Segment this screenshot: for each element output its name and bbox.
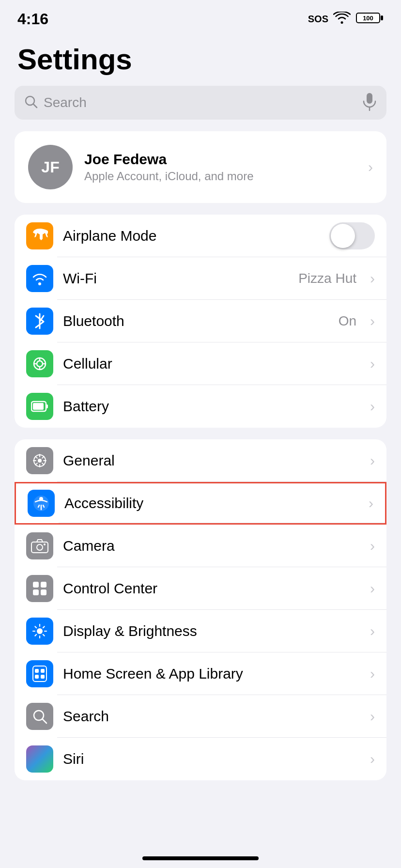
- svg-rect-7: [367, 93, 372, 104]
- general-label: General: [63, 452, 360, 469]
- profile-name: Joe Fedewa: [84, 151, 356, 168]
- general-row[interactable]: General ›: [15, 439, 386, 482]
- home-screen-label: Home Screen & App Library: [63, 666, 360, 682]
- battery-chevron: ›: [370, 398, 375, 415]
- search-input-area[interactable]: Search: [24, 95, 356, 110]
- battery-row[interactable]: Battery ›: [15, 385, 386, 428]
- svg-point-26: [37, 628, 43, 634]
- svg-rect-22: [33, 582, 39, 588]
- search-bar[interactable]: Search: [15, 86, 386, 120]
- battery-settings-icon: [26, 393, 53, 420]
- accessibility-chevron: ›: [369, 495, 373, 512]
- svg-point-21: [44, 543, 46, 545]
- airplane-mode-icon: [26, 222, 53, 249]
- display-chevron: ›: [370, 623, 375, 639]
- display-icon: [26, 618, 53, 645]
- accessibility-row[interactable]: Accessibility ›: [15, 482, 386, 525]
- search-settings-label: Search: [63, 708, 360, 725]
- svg-rect-23: [41, 582, 46, 588]
- svg-point-11: [37, 361, 43, 367]
- siri-row[interactable]: Siri ›: [15, 738, 386, 780]
- siri-chevron: ›: [370, 751, 375, 767]
- battery-icon: 100: [355, 11, 384, 27]
- camera-chevron: ›: [370, 538, 375, 554]
- airplane-mode-label: Airplane Mode: [63, 228, 320, 244]
- status-time: 4:16: [17, 10, 48, 28]
- svg-point-9: [38, 282, 41, 285]
- profile-chevron: ›: [368, 159, 373, 175]
- toggle-knob: [331, 224, 355, 248]
- wifi-settings-icon: [26, 265, 53, 292]
- svg-text:100: 100: [363, 15, 373, 22]
- control-center-chevron: ›: [370, 580, 375, 597]
- cellular-icon: [26, 350, 53, 377]
- siri-icon: [26, 745, 53, 773]
- home-screen-icon: [26, 660, 53, 687]
- wifi-status-icon: [333, 12, 351, 26]
- siri-label: Siri: [63, 751, 360, 767]
- svg-rect-27: [33, 666, 46, 682]
- svg-line-6: [33, 104, 37, 108]
- status-icons: SOS 100: [308, 11, 384, 27]
- accessibility-icon: [28, 490, 55, 517]
- profile-info: Joe Fedewa Apple Account, iCloud, and mo…: [84, 151, 356, 183]
- battery-label: Battery: [63, 398, 360, 415]
- cellular-chevron: ›: [370, 356, 375, 372]
- svg-rect-1: [381, 16, 383, 20]
- camera-icon: [26, 532, 53, 559]
- general-settings-group: General › Accessibility › Camera ›: [15, 439, 386, 780]
- svg-rect-24: [33, 589, 39, 595]
- camera-label: Camera: [63, 538, 360, 554]
- svg-rect-14: [46, 404, 48, 408]
- airplane-mode-row[interactable]: Airplane Mode: [15, 215, 386, 257]
- airplane-mode-toggle[interactable]: [329, 222, 375, 249]
- svg-rect-28: [35, 669, 39, 673]
- cellular-label: Cellular: [63, 356, 360, 372]
- svg-line-33: [43, 719, 46, 723]
- control-center-row[interactable]: Control Center ›: [15, 567, 386, 610]
- bluetooth-value: On: [339, 313, 356, 329]
- wifi-row[interactable]: Wi-Fi Pizza Hut ›: [15, 257, 386, 300]
- svg-rect-31: [41, 675, 45, 679]
- svg-point-32: [34, 711, 44, 720]
- page-title: Settings: [0, 29, 401, 86]
- display-brightness-label: Display & Brightness: [63, 623, 360, 639]
- bluetooth-chevron: ›: [370, 313, 375, 329]
- display-brightness-row[interactable]: Display & Brightness ›: [15, 610, 386, 652]
- search-placeholder-text: Search: [44, 95, 87, 110]
- wifi-value: Pizza Hut: [298, 271, 356, 286]
- avatar: JF: [28, 145, 73, 189]
- network-settings-group: Airplane Mode Wi-Fi Pizza Hut › Bluetoot…: [15, 215, 386, 428]
- control-center-icon: [26, 575, 53, 602]
- search-settings-icon: [26, 703, 53, 730]
- svg-point-16: [38, 459, 42, 463]
- profile-subtitle: Apple Account, iCloud, and more: [84, 170, 356, 183]
- bluetooth-row[interactable]: Bluetooth On ›: [15, 300, 386, 342]
- wifi-label: Wi-Fi: [63, 270, 289, 287]
- camera-row[interactable]: Camera ›: [15, 525, 386, 567]
- sos-indicator: SOS: [308, 14, 328, 25]
- cellular-row[interactable]: Cellular ›: [15, 342, 386, 385]
- wifi-chevron: ›: [370, 270, 375, 287]
- svg-rect-19: [31, 542, 48, 553]
- home-screen-row[interactable]: Home Screen & App Library ›: [15, 652, 386, 695]
- status-bar: 4:16 SOS 100: [0, 0, 401, 29]
- bluetooth-icon: [26, 308, 53, 335]
- microphone-icon[interactable]: [362, 93, 377, 113]
- profile-card[interactable]: JF Joe Fedewa Apple Account, iCloud, and…: [15, 131, 386, 203]
- svg-rect-29: [41, 669, 45, 673]
- svg-rect-13: [33, 403, 44, 410]
- svg-point-20: [37, 544, 43, 550]
- accessibility-label: Accessibility: [64, 495, 359, 512]
- general-chevron: ›: [370, 452, 375, 469]
- control-center-label: Control Center: [63, 580, 360, 597]
- svg-rect-30: [35, 675, 39, 679]
- svg-rect-25: [41, 589, 46, 595]
- home-screen-chevron: ›: [370, 666, 375, 682]
- profile-row[interactable]: JF Joe Fedewa Apple Account, iCloud, and…: [15, 131, 386, 203]
- search-settings-row[interactable]: Search ›: [15, 695, 386, 738]
- search-icon: [24, 95, 38, 110]
- general-icon: [26, 447, 53, 474]
- search-settings-chevron: ›: [370, 708, 375, 725]
- bluetooth-label: Bluetooth: [63, 313, 329, 329]
